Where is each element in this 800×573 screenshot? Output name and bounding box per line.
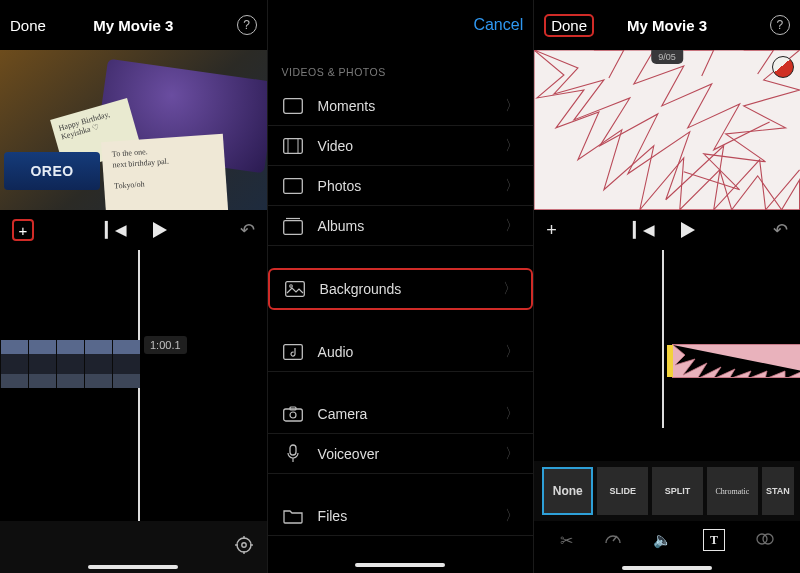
edit-toolbar: ✂ 🔈 T (534, 525, 800, 555)
undo-button[interactable]: ↶ (240, 219, 255, 241)
albums-icon (282, 215, 304, 237)
cancel-button[interactable]: Cancel (473, 16, 523, 33)
playhead[interactable] (662, 250, 664, 428)
row-audio[interactable]: Audio 〉 (268, 332, 534, 372)
scissors-icon: ✂ (560, 532, 573, 549)
skip-back-button[interactable]: ▎◀ (633, 221, 653, 239)
clip-thumb (112, 340, 140, 388)
chevron-right-icon: 〉 (505, 97, 519, 115)
project-title: My Movie 3 (64, 17, 203, 34)
home-indicator[interactable] (622, 566, 712, 570)
timeline[interactable] (534, 250, 800, 428)
chevron-right-icon: 〉 (505, 445, 519, 463)
preview-card: To the one. next birthday pal. Tokyo/oh (101, 134, 229, 210)
volume-tool[interactable]: 🔈 (653, 531, 672, 549)
svg-rect-17 (283, 409, 302, 421)
add-media-button[interactable]: + (546, 220, 557, 241)
video-clip[interactable] (0, 340, 140, 388)
chevron-right-icon: 〉 (503, 280, 517, 298)
playhead[interactable] (138, 250, 140, 530)
header: Done My Movie 3 ? (0, 0, 267, 50)
filters-tool[interactable] (756, 531, 774, 549)
filters-icon (756, 531, 774, 545)
media-category-list: Moments 〉 Video 〉 Photos 〉 Albums 〉 Back… (268, 86, 534, 536)
play-button[interactable] (151, 221, 169, 239)
chevron-right-icon: 〉 (505, 343, 519, 361)
home-indicator[interactable] (355, 563, 445, 567)
row-backgrounds[interactable]: Backgrounds 〉 (268, 268, 534, 310)
done-button[interactable]: Done (544, 14, 594, 37)
skip-back-icon: ▎◀ (633, 221, 653, 238)
volume-icon: 🔈 (653, 531, 672, 548)
bottom-bar (0, 521, 267, 573)
header: Done My Movie 3 ? (534, 0, 800, 50)
media-picker-panel: Cancel VIDEOS & PHOTOS Moments 〉 Video 〉… (267, 0, 534, 573)
audio-icon (282, 341, 304, 363)
clip-thumb (28, 340, 56, 388)
help-button[interactable]: ? (203, 15, 257, 35)
row-camera[interactable]: Camera 〉 (268, 394, 534, 434)
row-files[interactable]: Files 〉 (268, 496, 534, 536)
row-video[interactable]: Video 〉 (268, 126, 534, 166)
style-slide[interactable]: SLIDE (597, 467, 648, 515)
timeline[interactable]: 1:00.1 (0, 250, 267, 530)
preview-oreo-pack: OREO (4, 152, 100, 190)
svg-point-15 (289, 285, 292, 288)
skip-back-button[interactable]: ▎◀ (105, 221, 125, 239)
done-button[interactable]: Done (10, 17, 64, 34)
chevron-right-icon: 〉 (505, 217, 519, 235)
backgrounds-icon (284, 278, 306, 300)
row-label: Audio (318, 344, 354, 360)
svg-rect-20 (290, 445, 296, 455)
svg-marker-0 (153, 222, 167, 238)
color-indicator[interactable] (772, 56, 794, 78)
svg-point-26 (763, 534, 773, 544)
clip-thumb (0, 340, 28, 388)
row-photos[interactable]: Photos 〉 (268, 166, 534, 206)
row-label: Voiceover (318, 446, 379, 462)
skip-back-icon: ▎◀ (105, 221, 125, 238)
row-albums[interactable]: Albums 〉 (268, 206, 534, 246)
note-line: next birthday pal. (112, 156, 169, 169)
svg-point-18 (290, 412, 296, 418)
section-header: VIDEOS & PHOTOS (268, 50, 534, 86)
photos-icon (282, 175, 304, 197)
title-style-strip[interactable]: None SLIDE SPLIT Chromatic STAN (534, 461, 800, 521)
gear-icon (235, 536, 253, 554)
settings-button[interactable] (235, 536, 253, 558)
undo-icon: ↶ (773, 220, 788, 240)
svg-rect-11 (283, 178, 302, 193)
style-none[interactable]: None (542, 467, 593, 515)
play-icon (679, 221, 697, 239)
files-icon (282, 505, 304, 527)
row-voiceover[interactable]: Voiceover 〉 (268, 434, 534, 474)
cut-tool[interactable]: ✂ (560, 531, 573, 550)
play-button[interactable] (679, 221, 697, 239)
add-media-button[interactable]: + (12, 219, 34, 241)
row-label: Video (318, 138, 354, 154)
plus-icon: + (546, 220, 557, 240)
background-clip[interactable] (672, 344, 800, 378)
style-stan[interactable]: STAN (762, 467, 794, 515)
svg-point-1 (237, 538, 251, 552)
row-moments[interactable]: Moments 〉 (268, 86, 534, 126)
video-preview[interactable]: 9/05 (534, 50, 800, 210)
svg-rect-12 (283, 220, 302, 234)
video-icon (282, 135, 304, 157)
svg-rect-14 (285, 282, 304, 297)
style-split[interactable]: SPLIT (652, 467, 703, 515)
style-chromatic[interactable]: Chromatic (707, 467, 758, 515)
video-preview[interactable]: Happy Birthday, Keyishka ♡ OREO To the o… (0, 50, 267, 210)
chevron-right-icon: 〉 (505, 507, 519, 525)
svg-point-25 (757, 534, 767, 544)
row-label: Camera (318, 406, 368, 422)
home-indicator[interactable] (88, 565, 178, 569)
clip-thumb (84, 340, 112, 388)
help-button[interactable]: ? (736, 15, 790, 35)
clip-thumb (56, 340, 84, 388)
undo-button[interactable]: ↶ (773, 219, 788, 241)
titles-tool[interactable]: T (703, 529, 725, 551)
speed-tool[interactable] (604, 529, 622, 551)
chevron-right-icon: 〉 (505, 137, 519, 155)
project-title: My Movie 3 (598, 17, 736, 34)
